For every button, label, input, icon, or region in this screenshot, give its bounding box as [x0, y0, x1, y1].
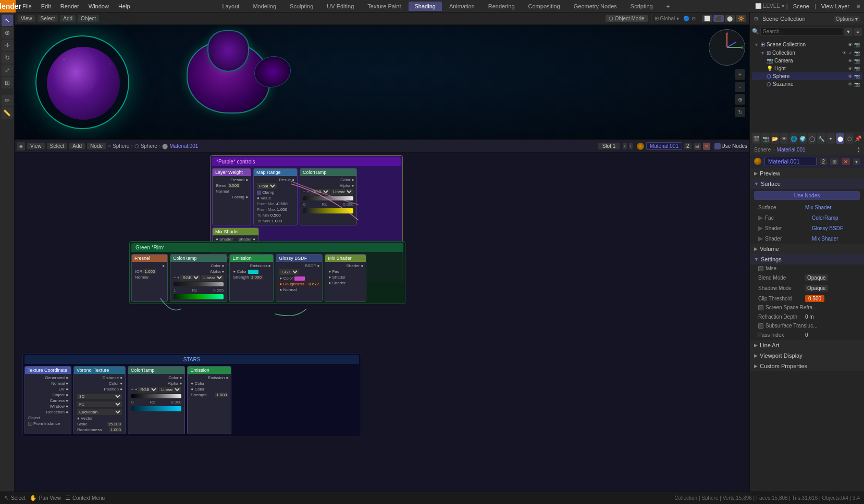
line-art-section-header[interactable]: ▶ Line Art [750, 340, 864, 350]
material-specials-btn[interactable]: ▾ [853, 158, 860, 165]
tab-animation[interactable]: Animation [443, 2, 481, 11]
collection-select[interactable]: ✓ [848, 51, 853, 56]
voronoi-tex-node[interactable]: Voronoi Texture Distance ● Color ● Posit… [73, 366, 126, 434]
vp-select-btn[interactable]: Select [38, 15, 58, 22]
backface-culling-cb[interactable] [758, 266, 763, 271]
preview-section-header[interactable]: ▶ Preview [750, 168, 864, 179]
3d-canvas[interactable]: Z X + - ⊕ ↻ [15, 25, 749, 139]
measure-btn[interactable]: 📏 [2, 107, 13, 119]
outliner-item-scene-collection[interactable]: ▼ ⊞ Scene Collection 👁 📷 [752, 40, 862, 49]
mr-type-select[interactable]: Float [257, 183, 277, 189]
tab-rendering[interactable]: Rendering [482, 2, 521, 11]
use-nodes-button[interactable]: Use Nodes [754, 191, 860, 200]
vp-view-btn[interactable]: View [18, 15, 35, 22]
cr1-minus-btn[interactable]: − [303, 190, 306, 194]
tab-compositing[interactable]: Compositing [522, 2, 566, 11]
cr2-rgb-select[interactable]: RGB [180, 275, 200, 281]
collection-render[interactable]: 📷 [854, 51, 860, 56]
scene-selector[interactable]: Scene [790, 2, 812, 10]
solid-btn[interactable]: ⬛ [713, 15, 724, 22]
cursor-tool-btn[interactable]: ⊕ [2, 27, 13, 39]
props-material-btn[interactable]: ⬤ [836, 133, 844, 144]
props-scene-btn[interactable]: 🎬 [752, 133, 760, 144]
wireframe-btn[interactable]: ⬜ [702, 15, 712, 22]
outliner-item-collection[interactable]: ▼ ⊞ Collection 👁 ✓ 📷 [752, 49, 862, 57]
clip-threshold-value[interactable]: 0.500 [805, 295, 824, 302]
tab-uv-editing[interactable]: UV Editing [320, 2, 360, 11]
voronoi-dist-select[interactable]: Euclidean [77, 409, 122, 415]
tab-add[interactable]: + [660, 2, 676, 11]
vp-proportional-btn[interactable]: ⊙ [692, 16, 696, 21]
outliner-item-suzanne[interactable]: ⬡ Suzanne 👁 📷 [752, 80, 862, 88]
annotate-btn[interactable]: ✏ [2, 95, 13, 106]
bc-material[interactable]: Material.001 [169, 143, 198, 149]
tab-scripting[interactable]: Scripting [624, 2, 659, 11]
material-copy-btn[interactable]: ⊞ [694, 143, 701, 150]
tab-layout[interactable]: Layout [216, 2, 245, 11]
surface-section-header[interactable]: ▼ Surface [750, 179, 864, 189]
shader2-expand-icon[interactable]: ▶ [758, 235, 763, 242]
material-name-field[interactable]: Material.001 [646, 142, 682, 150]
material-copy-props-btn[interactable]: ⊞ [830, 158, 838, 165]
select-tool-btn[interactable]: ↖ [2, 15, 13, 26]
cr1-gradient-bar[interactable] [303, 196, 353, 200]
bc-sphere2[interactable]: Sphere [141, 143, 157, 149]
fac-expand-icon[interactable]: ▶ [758, 214, 763, 221]
node-node-btn[interactable]: Node [87, 143, 106, 149]
settings-section-header[interactable]: ▼ Settings [750, 254, 864, 264]
bc-sphere[interactable]: Sphere [113, 143, 129, 149]
props-scene-obj-btn[interactable]: 🌐 [789, 133, 798, 144]
voronoi-dim-select[interactable]: 3D [77, 394, 122, 399]
transform-tool-btn[interactable]: ⊞ [2, 77, 13, 89]
volume-section-header[interactable]: ▶ Volume [750, 244, 864, 254]
outliner-sort-btn[interactable]: ≡ [854, 28, 862, 36]
map-range-node[interactable]: Map Range Result ● Float Clamp [253, 168, 298, 225]
pan-tool-bottom[interactable]: ✋ Pan View [30, 495, 61, 501]
view-layer-selector[interactable]: View Layer [818, 2, 853, 10]
voronoi-feature-select[interactable]: F1 [77, 401, 122, 407]
props-view-btn[interactable]: 👁 [780, 133, 788, 144]
outliner-options-btn[interactable]: Options ▾ [834, 16, 860, 22]
clamp-checkbox[interactable] [257, 191, 261, 195]
color-ramp-node-1[interactable]: ColorRamp Color ● Alpha ● − + RGB Linear [300, 168, 357, 225]
vp-snap-btn[interactable]: 🔵 [683, 16, 689, 21]
cr2-linear-select[interactable]: Linear [201, 275, 224, 281]
cr3-gradient-bar[interactable] [131, 394, 181, 398]
slot-selector[interactable]: Slot 1 [598, 143, 620, 149]
outliner-search-input[interactable] [760, 27, 843, 36]
cr2-plus-btn[interactable]: + [177, 275, 180, 280]
pan-btn[interactable]: ⊕ [735, 94, 745, 105]
screen-space-refra-cb[interactable] [758, 305, 763, 310]
layer-weight-node[interactable]: Layer Weight Fresnel ● Blend 0.500 Norma… [212, 168, 251, 225]
use-nodes-checkbox[interactable] [714, 143, 721, 149]
em1-color-swatch[interactable] [248, 270, 258, 274]
fac-value[interactable]: ColorRamp [812, 215, 838, 221]
cr1-linear-select[interactable]: Linear [331, 189, 353, 195]
cr3-plus-btn[interactable]: + [135, 387, 138, 392]
glossy-bsdf-node[interactable]: Glossy BSDF BSDF ● GGX ● Color [276, 254, 323, 302]
cr3-rgb-select[interactable]: RGB [138, 387, 158, 393]
props-pin-btn[interactable]: 📌 [855, 135, 862, 142]
menu-help[interactable]: Help [114, 2, 134, 10]
node-canvas[interactable]: *Purple* controls Layer Weight Fresnel ●… [15, 153, 749, 492]
props-render-btn[interactable]: 📷 [761, 133, 770, 144]
cr3-minus-btn[interactable]: − [131, 387, 134, 392]
color-ramp-node-3[interactable]: ColorRamp Color ● Alpha ● − + RGB Linear [128, 366, 185, 434]
material-btn[interactable]: ⬤ [725, 15, 735, 22]
collection-collapse[interactable]: ▼ [760, 51, 765, 56]
vp-add-btn[interactable]: Add [60, 15, 76, 22]
color-ramp-node-2[interactable]: ColorRamp Color ● Alpha ● − + RGB Linear [170, 254, 227, 302]
camera-vis[interactable]: 👁 [848, 58, 853, 64]
tab-geometry-nodes[interactable]: Geometry Nodes [567, 2, 623, 11]
props-object-btn[interactable]: ◯ [808, 133, 816, 144]
material-unlink-btn[interactable]: ✕ [703, 143, 710, 150]
shadow-mode-dropdown[interactable]: Opaque [805, 285, 828, 292]
engine-selector[interactable]: ⬜ EEVEE ▾ [755, 3, 784, 9]
props-world-btn[interactable]: 🌍 [799, 133, 807, 144]
shader1-expand-icon[interactable]: ▶ [758, 224, 763, 232]
cr3-linear-select[interactable]: Linear [159, 387, 181, 393]
context-menu-bottom[interactable]: ☰ Context Menu [65, 495, 105, 501]
use-nodes-toggle[interactable]: Use Nodes [714, 143, 747, 149]
user-count[interactable]: 2 [820, 158, 827, 165]
material-unlink-props-btn[interactable]: ✕ [842, 158, 850, 165]
